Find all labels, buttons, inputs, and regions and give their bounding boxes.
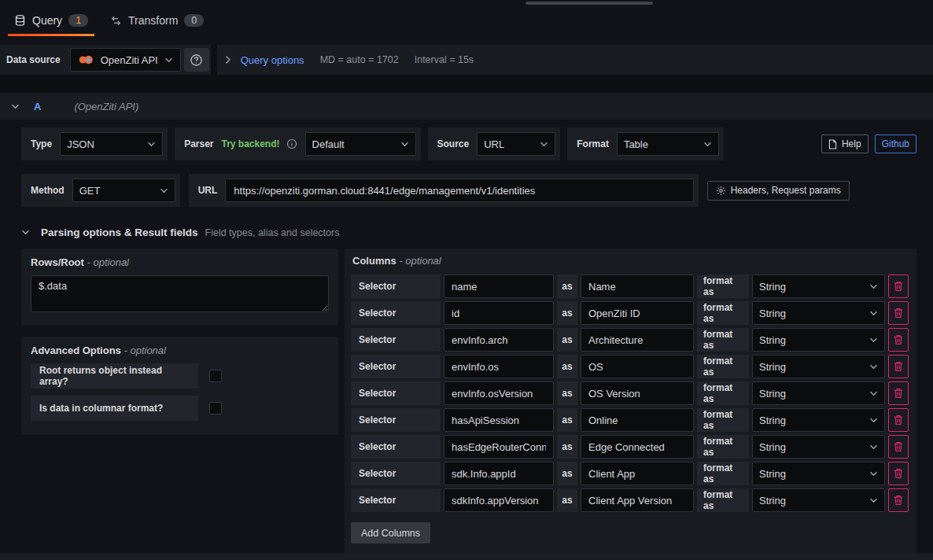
add-columns-button[interactable]: Add Columns — [351, 522, 430, 543]
delete-column-button[interactable] — [888, 462, 909, 485]
datasource-picker[interactable]: OpenZiti API — [70, 48, 181, 72]
delete-column-button[interactable] — [888, 435, 909, 459]
column-selector-input[interactable] — [444, 408, 554, 432]
format-as-label: format as — [697, 381, 749, 405]
column-alias-input[interactable] — [581, 328, 694, 352]
column-alias-input[interactable] — [581, 381, 694, 405]
chevron-down-icon — [164, 57, 173, 63]
url-input[interactable] — [225, 179, 693, 202]
github-button-label: Github — [882, 138, 909, 149]
column-format-select[interactable]: String — [752, 355, 885, 378]
database-icon — [14, 14, 26, 27]
as-label: as — [557, 408, 577, 432]
column-selector-input[interactable] — [444, 435, 554, 459]
column-alias-input[interactable] — [581, 435, 694, 459]
chevron-right-icon — [225, 55, 231, 64]
collapse-chevron-icon[interactable] — [21, 230, 30, 235]
datasource-picker-value: OpenZiti API — [101, 54, 158, 66]
chevron-down-icon — [869, 498, 878, 503]
delete-column-button[interactable] — [888, 355, 909, 378]
tab-transform[interactable]: Transform 0 — [109, 13, 205, 36]
column-format-select[interactable]: String — [752, 408, 885, 432]
delete-column-button[interactable] — [888, 274, 909, 298]
collapse-chevron-icon[interactable] — [11, 104, 20, 109]
rows-root-label: Rows/Root — [31, 256, 84, 268]
column-format-select[interactable]: String — [752, 381, 885, 405]
column-row: Selector as format as String — [351, 274, 909, 298]
advanced-option-row: Is data in columnar format? — [31, 396, 329, 421]
column-format-select[interactable]: String — [752, 274, 885, 298]
type-label: Type — [26, 138, 60, 149]
column-alias-input[interactable] — [581, 301, 694, 325]
type-select[interactable]: JSON — [60, 132, 163, 156]
chevron-down-icon — [869, 444, 878, 450]
column-selector-input[interactable] — [444, 462, 554, 485]
rows-root-input[interactable]: $.data — [31, 275, 329, 312]
column-format-select[interactable]: String — [752, 462, 885, 485]
root-returns-object-checkbox[interactable] — [209, 370, 222, 382]
source-select-value: URL — [484, 138, 504, 150]
column-alias-input[interactable] — [581, 462, 694, 485]
help-button[interactable]: Help — [821, 134, 868, 153]
format-select-value: Table — [624, 138, 648, 150]
trash-icon — [894, 308, 903, 319]
column-selector-input[interactable] — [444, 355, 554, 378]
column-row: Selector as format as String — [351, 462, 909, 485]
columnar-format-label: Is data in columnar format? — [31, 396, 198, 421]
parsing-section-header[interactable]: Parsing options & Result fields Field ty… — [21, 227, 916, 238]
delete-column-button[interactable] — [888, 488, 909, 512]
column-alias-input[interactable] — [581, 408, 694, 432]
tab-query[interactable]: Query 1 — [13, 13, 90, 36]
column-selector-input[interactable] — [444, 381, 554, 405]
advanced-options-label: Advanced Options — [31, 344, 121, 356]
format-as-label: format as — [697, 355, 749, 378]
delete-column-button[interactable] — [888, 328, 909, 352]
delete-column-button[interactable] — [888, 301, 909, 325]
chevron-down-icon — [869, 337, 878, 343]
query-row-header[interactable]: A (OpenZiti API) — [0, 93, 933, 120]
as-label: as — [557, 355, 577, 378]
github-button[interactable]: Github — [875, 134, 916, 153]
format-as-label: format as — [697, 301, 749, 325]
as-label: as — [557, 381, 577, 405]
parser-select[interactable]: Default — [305, 132, 416, 156]
datasource-help-button[interactable] — [184, 48, 209, 72]
root-returns-object-label: Root returns object instead array? — [31, 363, 198, 389]
column-format-select[interactable]: String — [752, 488, 885, 512]
query-datasource-hint: (OpenZiti API) — [74, 101, 138, 112]
parser-backend-hint[interactable]: Try backend! — [222, 138, 280, 149]
format-select[interactable]: Table — [617, 132, 719, 156]
column-alias-input[interactable] — [581, 488, 694, 512]
column-format-select[interactable]: String — [752, 328, 885, 352]
query-ref-id: A — [34, 101, 41, 112]
advanced-option-row: Root returns object instead array? — [31, 363, 329, 389]
left-column: Rows/Root - optional $.data Advanced Opt… — [21, 249, 338, 435]
column-alias-input[interactable] — [581, 274, 694, 298]
chevron-down-icon — [869, 311, 878, 316]
column-selector-input[interactable] — [444, 488, 554, 512]
column-selector-input[interactable] — [444, 328, 554, 352]
pane-resize-handle[interactable] — [526, 2, 653, 5]
column-selector-input[interactable] — [444, 274, 554, 298]
datasource-label: Data source — [6, 54, 61, 65]
delete-column-button[interactable] — [888, 381, 909, 405]
headers-request-params-button[interactable]: Headers, Request params — [707, 181, 850, 201]
chevron-down-icon — [869, 391, 878, 396]
chevron-down-icon — [400, 142, 409, 147]
column-selector-input[interactable] — [444, 301, 554, 325]
columnar-format-checkbox[interactable] — [209, 402, 222, 414]
info-icon — [286, 138, 297, 149]
tab-query-label: Query — [32, 14, 62, 27]
column-format-select[interactable]: String — [752, 435, 885, 459]
query-options-link[interactable]: Query options — [241, 54, 304, 66]
source-select[interactable]: URL — [477, 132, 555, 156]
delete-column-button[interactable] — [888, 408, 909, 432]
method-select[interactable]: GET — [72, 179, 175, 202]
rows-root-title: Rows/Root - optional — [31, 256, 329, 268]
column-format-select[interactable]: String — [752, 301, 885, 325]
column-alias-input[interactable] — [581, 355, 694, 378]
source-label: Source — [433, 138, 478, 149]
interval-info: Interval = 15s — [415, 54, 474, 65]
transform-icon — [110, 15, 122, 27]
selector-label: Selector — [351, 274, 441, 298]
